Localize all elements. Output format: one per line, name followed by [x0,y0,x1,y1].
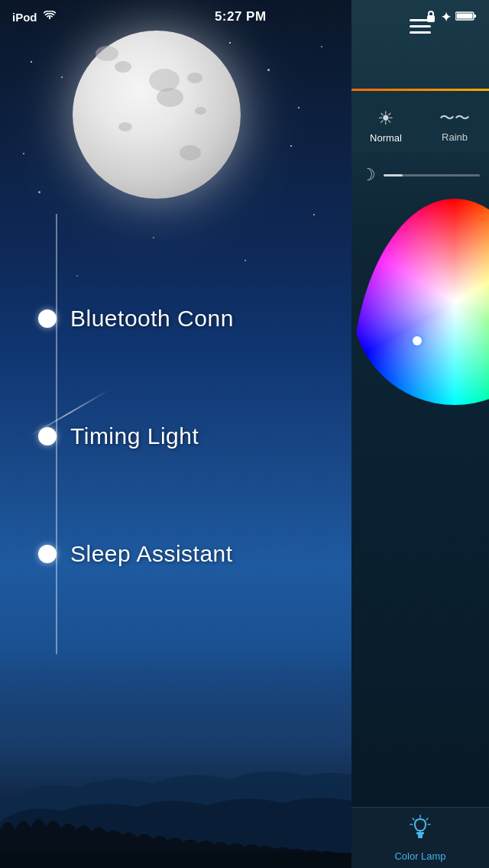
time-text: 5:27 PM [215,9,267,24]
menu-item-bluetooth[interactable]: Bluetooth Conn [0,306,351,332]
svg-line-7 [413,818,414,820]
status-left: iPod [12,11,56,24]
hamburger-line-2 [410,25,431,28]
menu-label-timing: Timing Light [70,423,199,449]
menu-list: Bluetooth Conn Timing Light Sleep Assist… [0,306,351,659]
hamburger-icon [410,19,431,34]
tab-normal-label: Normal [370,132,402,144]
hamburger-button[interactable] [351,9,489,43]
tab-color-lamp-label: Color Lamp [394,850,445,862]
tab-rainbow-label: Rainb [442,131,468,143]
lamp-icon [406,814,434,847]
tab-bar: Color Lamp [351,807,489,868]
menu-label-bluetooth: Bluetooth Conn [70,306,234,332]
sun-icon: ☀ [377,108,394,129]
carrier-label: iPod [12,11,37,24]
sleep-slider-area: ☽ [351,152,489,198]
menu-item-sleep[interactable]: Sleep Assistant [0,541,351,567]
color-wheel-area [351,199,489,581]
tab-color-lamp[interactable]: Color Lamp [394,814,445,862]
hills-silhouette [0,654,351,868]
svg-rect-3 [416,832,424,834]
tab-normal[interactable]: ☀ Normal [351,91,420,152]
mode-tabs: ☀ Normal 〜〜 Rainb [351,91,489,152]
sleep-slider-track [384,174,403,177]
color-wheel[interactable] [351,199,489,405]
right-panel: ☀ Normal 〜〜 Rainb ☽ [351,0,489,868]
menu-label-sleep: Sleep Assistant [70,541,233,567]
hamburger-line-1 [410,19,431,21]
color-selector-dot [413,336,422,345]
rainbow-icon: 〜〜 [439,108,470,128]
time-display: 5:27 PM [215,9,267,24]
sleep-slider[interactable] [384,174,480,177]
svg-line-8 [426,818,428,820]
moon-icon: ☽ [361,165,376,185]
hamburger-line-3 [410,31,431,34]
wifi-icon [44,11,56,24]
menu-item-timing[interactable]: Timing Light [0,423,351,449]
menu-dot-bluetooth [38,309,57,328]
svg-rect-1 [0,853,351,868]
tab-rainbow[interactable]: 〜〜 Rainb [420,91,489,152]
moon-image [73,31,241,199]
menu-dot-sleep [38,545,57,563]
menu-dot-timing [38,427,57,445]
left-panel: Bluetooth Conn Timing Light Sleep Assist… [0,0,351,868]
